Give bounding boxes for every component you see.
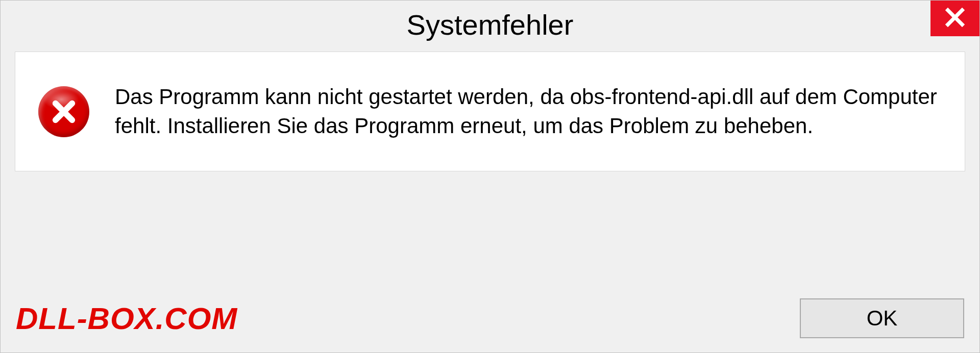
watermark-text: DLL-BOX.COM (16, 301, 237, 336)
close-icon (944, 7, 966, 30)
titlebar: Systemfehler (1, 1, 979, 49)
error-icon-container (38, 86, 89, 137)
error-icon (38, 86, 89, 137)
ok-button[interactable]: OK (800, 298, 964, 338)
error-dialog: Systemfehler Das Programm kann nicht ges… (0, 0, 980, 353)
dialog-title: Systemfehler (407, 8, 574, 41)
dialog-message: Das Programm kann nicht gestartet werden… (115, 83, 942, 140)
close-button[interactable] (930, 1, 979, 36)
dialog-footer: DLL-BOX.COM OK (1, 298, 979, 338)
dialog-content: Das Programm kann nicht gestartet werden… (15, 52, 965, 171)
